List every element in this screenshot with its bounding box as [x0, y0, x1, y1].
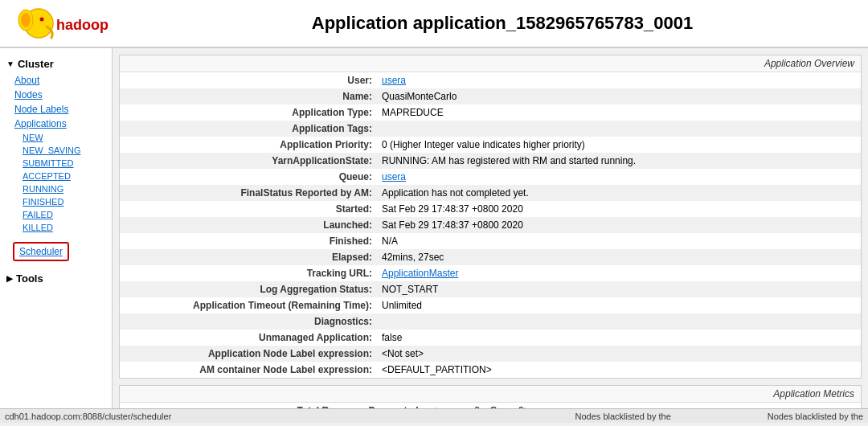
row-value: 42mins, 27sec — [377, 249, 861, 265]
row-label: Application Node Label expression: — [120, 346, 377, 362]
metrics-table: Total Resource Preempted:<memory:0, vCor… — [120, 403, 861, 408]
table-row: YarnApplicationState:RUNNING: AM has reg… — [120, 153, 861, 169]
cluster-section-header[interactable]: ▼ Cluster — [0, 55, 112, 73]
table-row: Application Type:MAPREDUCE — [120, 104, 861, 121]
row-label: Elapsed: — [120, 249, 377, 265]
table-row: Launched:Sat Feb 29 17:48:37 +0800 2020 — [120, 217, 861, 233]
sidebar-item-nodes[interactable]: Nodes — [0, 88, 112, 102]
row-label: User: — [120, 72, 377, 88]
main-layout: ▼ Cluster About Nodes Node Labels Applic… — [0, 48, 868, 408]
row-value: NOT_START — [377, 281, 861, 297]
sidebar: ▼ Cluster About Nodes Node Labels Applic… — [0, 48, 113, 408]
table-row: Diagnostics: — [120, 313, 861, 330]
hadoop-logo: hadoop — [16, 6, 121, 41]
row-value: Application has not completed yet. — [377, 185, 861, 201]
table-row: FinalStatus Reported by AM:Application h… — [120, 185, 861, 201]
table-row: Name:QuasiMonteCarlo — [120, 88, 861, 104]
svg-point-3 — [40, 18, 44, 22]
tools-section-header[interactable]: ▶ Tools — [0, 269, 112, 288]
sidebar-item-node-labels[interactable]: Node Labels — [0, 102, 112, 117]
row-label: Launched: — [120, 217, 377, 233]
content: Application Overview User:useraName:Quas… — [113, 48, 868, 408]
row-label: Application Type: — [120, 104, 377, 121]
table-row: Total Resource Preempted:<memory:0, vCor… — [120, 403, 861, 408]
row-label: Log Aggregation Status: — [120, 281, 377, 297]
metrics-panel: Application Metrics Total Resource Preem… — [119, 385, 862, 408]
svg-text:hadoop: hadoop — [56, 17, 108, 33]
table-row: Application Timeout (Remaining Time):Unl… — [120, 297, 861, 313]
sidebar-item-finished[interactable]: FINISHED — [0, 195, 112, 208]
row-value — [377, 313, 861, 330]
row-value[interactable]: usera — [377, 169, 861, 185]
row-label: Application Timeout (Remaining Time): — [120, 297, 377, 313]
sidebar-item-running[interactable]: RUNNING — [0, 182, 112, 195]
row-value: 0 (Higher Integer value indicates higher… — [377, 137, 861, 153]
table-row: Started:Sat Feb 29 17:48:37 +0800 2020 — [120, 201, 861, 217]
overview-panel-title: Application Overview — [120, 55, 861, 72]
row-label: Started: — [120, 201, 377, 217]
tools-label: Tools — [16, 272, 43, 285]
table-row: Application Tags: — [120, 121, 861, 137]
page-title: Application application_1582965765783_00… — [153, 13, 852, 34]
table-row: Application Node Label expression:<Not s… — [120, 346, 861, 362]
sidebar-item-submitted[interactable]: SUBMITTED — [0, 157, 112, 170]
row-label: Unmanaged Application: — [120, 330, 377, 346]
logo-area: hadoop — [16, 6, 121, 41]
sidebar-item-scheduler[interactable]: Scheduler — [13, 242, 69, 261]
row-value: false — [377, 330, 861, 346]
status-col1: Nodes blacklisted by the — [575, 412, 671, 421]
sidebar-item-about[interactable]: About — [0, 73, 112, 88]
header: hadoop Application application_158296576… — [0, 0, 868, 48]
sidebar-item-new-saving[interactable]: NEW_SAVING — [0, 144, 112, 157]
table-row: Unmanaged Application:false — [120, 330, 861, 346]
status-url: cdh01.hadoop.com:8088/cluster/scheduler — [5, 412, 171, 421]
table-row: Queue:usera — [120, 169, 861, 185]
status-bar: cdh01.hadoop.com:8088/cluster/scheduler … — [0, 408, 868, 423]
row-label: Application Tags: — [120, 121, 377, 137]
svg-point-2 — [21, 13, 31, 27]
sidebar-item-killed[interactable]: KILLED — [0, 221, 112, 234]
row-label: FinalStatus Reported by AM: — [120, 185, 377, 201]
row-label: Diagnostics: — [120, 313, 377, 330]
row-label: Application Priority: — [120, 137, 377, 153]
row-value — [377, 121, 861, 137]
sidebar-item-applications[interactable]: Applications — [0, 117, 112, 131]
row-value: <Not set> — [377, 346, 861, 362]
row-label: Total Resource Preempted: — [120, 403, 427, 408]
row-label: Finished: — [120, 233, 377, 249]
sidebar-item-new[interactable]: NEW — [0, 131, 112, 144]
table-row: Application Priority:0 (Higher Integer v… — [120, 137, 861, 153]
row-value: QuasiMonteCarlo — [377, 88, 861, 104]
cluster-label: Cluster — [18, 58, 54, 70]
overview-table: User:useraName:QuasiMonteCarloApplicatio… — [120, 72, 861, 378]
row-value[interactable]: ApplicationMaster — [377, 265, 861, 281]
row-label: Name: — [120, 88, 377, 104]
row-label: Tracking URL: — [120, 265, 377, 281]
table-row: User:usera — [120, 72, 861, 88]
status-col2: Nodes blacklisted by the — [768, 412, 863, 421]
table-row: Elapsed:42mins, 27sec — [120, 249, 861, 265]
metrics-panel-title: Application Metrics — [120, 386, 861, 403]
row-value: Sat Feb 29 17:48:37 +0800 2020 — [377, 201, 861, 217]
sidebar-item-failed[interactable]: FAILED — [0, 208, 112, 221]
tools-arrow-icon: ▶ — [6, 274, 13, 283]
row-label: YarnApplicationState: — [120, 153, 377, 169]
row-value: N/A — [377, 233, 861, 249]
table-row: Finished:N/A — [120, 233, 861, 249]
table-row: AM container Node Label expression:<DEFA… — [120, 362, 861, 378]
row-value: <DEFAULT_PARTITION> — [377, 362, 861, 378]
table-row: Log Aggregation Status:NOT_START — [120, 281, 861, 297]
row-value: MAPREDUCE — [377, 104, 861, 121]
row-label: Queue: — [120, 169, 377, 185]
cluster-arrow-icon: ▼ — [6, 59, 14, 68]
row-value: RUNNING: AM has registered with RM and s… — [377, 153, 861, 169]
overview-panel: Application Overview User:useraName:Quas… — [119, 55, 862, 379]
row-label: AM container Node Label expression: — [120, 362, 377, 378]
row-value: <memory:0, vCores:0> — [427, 403, 861, 408]
table-row: Tracking URL:ApplicationMaster — [120, 265, 861, 281]
row-value: Unlimited — [377, 297, 861, 313]
row-value: Sat Feb 29 17:48:37 +0800 2020 — [377, 217, 861, 233]
row-value[interactable]: usera — [377, 72, 861, 88]
sidebar-item-accepted[interactable]: ACCEPTED — [0, 170, 112, 182]
